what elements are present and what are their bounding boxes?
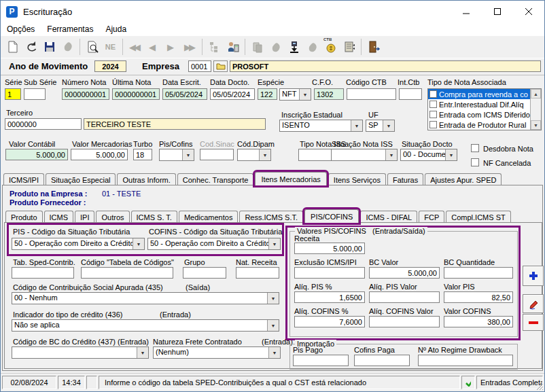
open-company-button[interactable]	[213, 60, 228, 72]
sub-serie-field[interactable]	[24, 88, 46, 100]
list-item[interactable]: Entr.Interestadual Dif.Alíq	[428, 99, 541, 109]
new-document-icon[interactable]	[3, 38, 22, 56]
tab-medicamentos[interactable]: Medicamentos	[179, 211, 239, 223]
grupo-field[interactable]	[183, 267, 226, 279]
pis-cst-combo[interactable]: 50 - Operação com Direito a Crédito▼	[12, 238, 145, 250]
ind-436-combo[interactable]: Não se aplica▼	[12, 319, 279, 332]
checkbox-icon[interactable]	[429, 90, 437, 98]
company-values-icon[interactable]	[224, 38, 242, 56]
checkbox-icon[interactable]	[429, 111, 437, 118]
chevron-down-icon[interactable]: ▼	[268, 238, 280, 249]
receita-field[interactable]	[294, 243, 365, 254]
chevron-down-icon[interactable]: ▼	[385, 149, 397, 160]
menu-ferramentas[interactable]: Ferramentas	[41, 22, 99, 36]
codigo-ctb-field[interactable]	[347, 88, 396, 100]
checkbox-icon[interactable]	[429, 121, 437, 128]
scroll-up-icon[interactable]: ▲	[531, 89, 541, 99]
tab-faturas[interactable]: Faturas	[387, 173, 423, 185]
tab-itens-mercadorias[interactable]: Itens Mercadorias	[255, 172, 326, 185]
next-record-icon[interactable]: ▶	[162, 38, 181, 56]
pis-pago-field[interactable]	[293, 355, 349, 366]
previous-record-icon[interactable]: ◀	[144, 38, 162, 56]
data-escrit-field[interactable]	[162, 88, 207, 100]
confirm-icon[interactable]	[58, 38, 77, 56]
menu-ajuda[interactable]: Ajuda	[99, 22, 133, 36]
aliq-pis-valor-field[interactable]	[369, 291, 440, 303]
tab-produto[interactable]: Produto	[5, 211, 43, 223]
tab-ress-icms-st[interactable]: Ress.ICMS S.T.	[239, 211, 303, 223]
especie-tipo-combo[interactable]: NFT▼	[279, 88, 311, 101]
checkbox-icon[interactable]	[429, 101, 437, 108]
tab-compl-icms-st[interactable]: Compl.ICMS ST	[446, 211, 510, 223]
cod-dipam-combo[interactable]: ▼	[237, 149, 271, 161]
exit-icon[interactable]	[364, 38, 383, 56]
cod-sinac-field[interactable]	[200, 149, 234, 160]
exclusao-field[interactable]	[294, 267, 365, 279]
empresa-name-field[interactable]	[230, 60, 541, 72]
tab-outras-inform[interactable]: Outras Inform.	[117, 173, 175, 185]
valor-pis-field[interactable]	[444, 291, 513, 303]
list-item[interactable]: Entrada de Produtor Rural	[428, 120, 541, 130]
edit-item-button[interactable]	[523, 294, 544, 313]
data-docto-field[interactable]	[210, 88, 255, 100]
especie-code-field[interactable]	[258, 88, 277, 100]
first-record-icon[interactable]: ◀◀	[126, 38, 144, 56]
situacao-docto-combo[interactable]: 00 - Documen▼	[400, 149, 457, 161]
minimize-button[interactable]	[451, 1, 482, 22]
hand-icon[interactable]	[266, 38, 285, 56]
chevron-down-icon[interactable]: ▼	[445, 149, 457, 160]
valor-mercadorias-field[interactable]	[71, 149, 128, 160]
tab-ipi[interactable]: IPI	[75, 211, 94, 223]
drawback-field[interactable]	[418, 355, 513, 366]
nat-receita-field[interactable]	[236, 267, 279, 279]
import-icon[interactable]	[285, 38, 303, 56]
nf-cancelada-checkbox[interactable]	[471, 158, 479, 166]
cofins-cst-combo[interactable]: 50 - Operação com Direito a Crédito▼	[147, 238, 281, 250]
aliq-pis-field[interactable]	[294, 291, 365, 303]
tab-ajustes-apur-sped[interactable]: Ajustes Apur. SPED	[425, 173, 502, 185]
chevron-down-icon[interactable]: ▼	[137, 347, 148, 358]
nota-entrada-icon[interactable]: NE	[101, 38, 120, 56]
chevron-down-icon[interactable]: ▼	[268, 347, 280, 358]
last-record-icon[interactable]: ▶▶	[181, 38, 199, 56]
list-item[interactable]: Entrada com ICMS Diferido	[428, 109, 541, 120]
uf-combo[interactable]: SP▼	[366, 120, 395, 132]
nat-frete-combo[interactable]: (Nenhum)▼	[153, 346, 281, 359]
tab-icms-st[interactable]: ICMS S. T.	[131, 211, 177, 223]
hand-icon-2[interactable]	[303, 38, 321, 56]
ctb-money-icon[interactable]: CTB	[321, 38, 340, 56]
cfo-field[interactable]	[314, 88, 344, 100]
cod-435-combo[interactable]: 00 - Nenhum▼	[12, 292, 279, 304]
undo-icon[interactable]	[22, 38, 40, 56]
menu-opcoes[interactable]: Opções	[1, 22, 41, 36]
ultima-nota-field[interactable]	[112, 88, 160, 100]
numero-nota-field[interactable]	[62, 88, 109, 100]
terceiro-code-field[interactable]	[5, 118, 82, 130]
cofins-paga-field[interactable]	[354, 355, 410, 366]
bc-quantidade-field[interactable]	[444, 267, 513, 279]
tab-icms[interactable]: ICMS	[44, 211, 74, 223]
ano-movimento-field[interactable]	[94, 60, 126, 72]
tab-itens-servicos[interactable]: Itens Serviços	[328, 173, 386, 185]
bc-valor-field[interactable]	[369, 267, 440, 279]
ledger-icon[interactable]	[340, 38, 358, 56]
tab-icms-ipi[interactable]: ICMS/IPI	[3, 173, 44, 185]
tree-view-icon[interactable]	[205, 38, 224, 56]
cod-437-combo[interactable]: ▼	[12, 346, 149, 359]
chevron-down-icon[interactable]: ▼	[182, 149, 194, 160]
cod-tabela-field[interactable]	[81, 267, 173, 279]
terceiro-name-field[interactable]	[84, 118, 266, 130]
tab-outros[interactable]: Outros	[96, 211, 129, 223]
resize-grip[interactable]	[535, 382, 544, 391]
tab-icms-difal[interactable]: ICMS - DIFAL	[360, 211, 417, 223]
copy-note-icon[interactable]	[248, 38, 266, 56]
add-item-button[interactable]	[523, 266, 544, 286]
tab-fcp[interactable]: FCP	[419, 211, 444, 223]
remove-item-button[interactable]	[523, 314, 544, 331]
turbo-field[interactable]	[133, 149, 152, 160]
list-item[interactable]: Compra para revenda a co	[428, 89, 541, 99]
print-preview-icon[interactable]	[83, 38, 101, 56]
scroll-down-icon[interactable]: ▼	[531, 120, 541, 130]
serie-field[interactable]	[5, 88, 21, 100]
aliq-cofins-valor-field[interactable]	[369, 316, 440, 327]
